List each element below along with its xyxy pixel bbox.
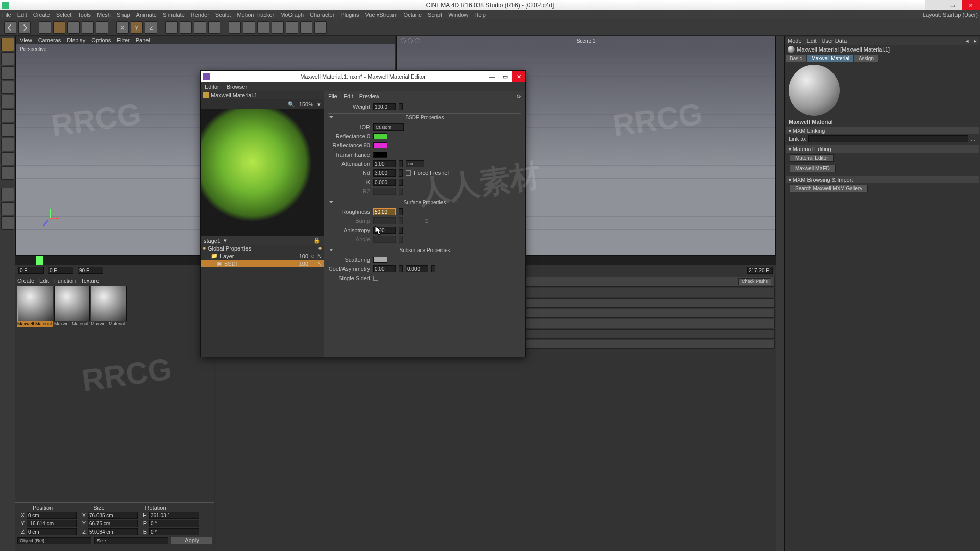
section-bsdf[interactable]: BSDF Properties — [328, 113, 521, 121]
playhead-icon[interactable] — [36, 256, 43, 265]
palette-button[interactable] — [1, 52, 14, 65]
attr-menu[interactable]: Edit — [807, 38, 817, 44]
nav-fwd-icon[interactable]: ▸ — [974, 38, 977, 44]
search-gallery-button[interactable]: Search Maxwell MXM Gallery — [790, 185, 868, 192]
menu-item[interactable]: Character — [310, 12, 334, 18]
menu-item[interactable]: Help — [474, 12, 486, 18]
spinner-icon[interactable] — [399, 208, 403, 215]
axis-z-button[interactable]: Z — [145, 21, 157, 34]
environment-tool[interactable] — [286, 21, 298, 34]
tree-bsdf[interactable]: ▣BSDF100N — [201, 260, 324, 267]
attr-menu[interactable]: User Data — [822, 38, 847, 44]
real-frame-field[interactable] — [747, 267, 773, 274]
roughness-field[interactable]: 50.00 — [373, 208, 396, 215]
undo-button[interactable] — [4, 21, 16, 34]
move-tool[interactable] — [53, 21, 65, 34]
force-fresnel-checkbox[interactable] — [406, 170, 411, 176]
mme-edit-menu[interactable]: Edit — [344, 93, 353, 100]
tree-layer[interactable]: 📁Layer100N — [201, 252, 324, 260]
dialog-titlebar[interactable]: Maxwell Material.1.mxm* - Maxwell Materi… — [201, 71, 525, 82]
menu-item[interactable]: Animate — [136, 12, 157, 18]
render-settings-button[interactable] — [180, 21, 192, 34]
search-icon[interactable]: 🔍 — [288, 101, 295, 108]
scattering-swatch[interactable] — [373, 257, 387, 263]
palette-button[interactable] — [1, 152, 14, 165]
dialog-maximize-button[interactable]: ▭ — [499, 71, 512, 82]
material-editor-button[interactable]: Material Editor — [790, 154, 834, 162]
size-y-field[interactable] — [88, 520, 138, 527]
mm-menu[interactable]: Function — [54, 278, 76, 284]
attenuation-unit-dropdown[interactable]: nm — [406, 160, 424, 167]
material-thumbnail[interactable]: Maxwell Material — [91, 286, 127, 327]
reflectance90-swatch[interactable] — [373, 142, 387, 148]
palette-button[interactable] — [1, 166, 14, 180]
spinner-icon[interactable] — [399, 265, 403, 272]
light-tool[interactable] — [314, 21, 327, 34]
mm-menu[interactable]: Create — [17, 278, 34, 284]
select-tool[interactable] — [39, 21, 51, 34]
material-thumbnail[interactable]: Maxwell Material — [17, 286, 53, 327]
palette-button[interactable] — [1, 123, 14, 137]
menu-item[interactable]: Mesh — [97, 12, 111, 18]
vp-menu[interactable]: Filter — [117, 37, 129, 43]
vp-menu[interactable]: Display — [67, 37, 85, 43]
size-x-field[interactable] — [88, 512, 138, 519]
redo-button[interactable] — [18, 21, 31, 34]
vp-menu[interactable]: Panel — [136, 37, 150, 43]
apply-button[interactable]: Apply — [172, 537, 212, 544]
menu-item[interactable]: Tools — [78, 12, 91, 18]
menu-item[interactable]: Select — [56, 12, 72, 18]
menu-item[interactable]: Create — [33, 12, 50, 18]
menu-item[interactable]: Simulate — [163, 12, 185, 18]
menu-item[interactable]: Motion Tracker — [237, 12, 274, 18]
tree-global-properties[interactable]: Global Properties — [201, 245, 324, 252]
minimize-button[interactable]: — — [925, 0, 943, 10]
rotate-tool[interactable] — [82, 21, 94, 34]
maximize-button[interactable]: ▭ — [943, 0, 962, 10]
rv-dot-icon[interactable] — [415, 38, 420, 43]
attr-menu[interactable]: Mode — [788, 38, 802, 44]
vp-menu[interactable]: Options — [91, 37, 111, 43]
place-tool[interactable] — [96, 21, 108, 34]
mme-tab[interactable]: Editor — [205, 84, 219, 90]
mm-menu[interactable]: Edit — [39, 278, 49, 284]
axis-y-button[interactable]: Y — [131, 21, 143, 34]
menu-item[interactable]: File — [2, 12, 11, 18]
spinner-icon[interactable] — [399, 160, 403, 167]
render-region-button[interactable] — [194, 21, 206, 34]
menu-item[interactable]: Plugins — [340, 12, 359, 18]
menu-item[interactable]: Snap — [117, 12, 130, 18]
rot-p-field[interactable] — [149, 520, 199, 527]
menu-item[interactable]: Script — [428, 12, 442, 18]
tab-basic[interactable]: Basic — [786, 55, 806, 62]
frame-start-field[interactable] — [18, 267, 44, 274]
palette-button[interactable] — [1, 138, 14, 151]
frame-current-field[interactable] — [48, 267, 74, 274]
palette-button[interactable] — [1, 216, 14, 230]
rot-b-field[interactable] — [149, 528, 199, 535]
palette-button[interactable] — [1, 188, 14, 201]
check-paths-button[interactable]: Check Paths — [738, 278, 771, 285]
material-thumbnail[interactable]: Maxwell Material — [54, 286, 90, 327]
mme-preview-menu[interactable]: Preview — [359, 93, 379, 100]
nav-back-icon[interactable]: ◂ — [966, 38, 969, 44]
pos-z-field[interactable] — [27, 528, 77, 535]
palette-button[interactable] — [1, 95, 14, 108]
dialog-minimize-button[interactable]: — — [485, 71, 499, 82]
spinner-icon[interactable] — [399, 103, 403, 110]
coord-mode-dropdown[interactable]: Object (Rel) — [17, 537, 91, 544]
asymmetry-field[interactable]: 0.000 — [406, 265, 428, 272]
nd-field[interactable]: 3.000 — [373, 169, 396, 177]
section-header[interactable]: ▾ MXM Browsing & Import — [786, 176, 979, 183]
linkto-field[interactable] — [808, 135, 968, 142]
mme-file-menu[interactable]: File — [328, 93, 337, 100]
menu-item[interactable]: Sculpt — [215, 12, 231, 18]
rv-dot-icon[interactable] — [401, 38, 406, 43]
menu-item[interactable]: Edit — [17, 12, 27, 18]
refresh-icon[interactable]: ⟳ — [517, 93, 521, 100]
dialog-close-button[interactable]: ✕ — [512, 71, 525, 82]
zoom-dropdown-icon[interactable]: ▾ — [317, 101, 321, 108]
spinner-icon[interactable] — [431, 265, 435, 272]
menu-item[interactable]: Octane — [404, 12, 422, 18]
vp-menu[interactable]: Cameras — [38, 37, 61, 43]
